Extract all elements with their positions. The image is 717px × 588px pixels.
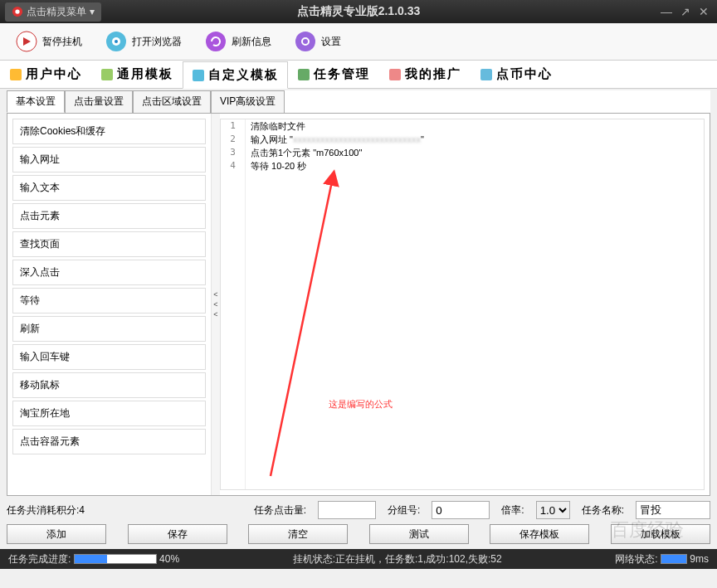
sub-tab-0[interactable]: 基本设置 [7, 90, 65, 113]
toolbar-browser-button[interactable]: 打开浏览器 [96, 27, 191, 56]
tab-task[interactable]: 任务管理 [288, 61, 379, 88]
tab-star[interactable]: 用户中心 [0, 61, 91, 88]
line-number: 3 [221, 146, 245, 159]
net-ms: 9ms [690, 553, 709, 565]
rate-label: 倍率: [501, 503, 524, 518]
toolbar-label: 刷新信息 [232, 35, 271, 49]
action-item-7[interactable]: 刷新 [12, 316, 206, 342]
svg-point-7 [295, 32, 315, 51]
group-label: 分组号: [388, 503, 420, 518]
svg-rect-12 [298, 69, 310, 80]
button-4[interactable]: 保存模板 [490, 524, 589, 544]
app-menu-button[interactable]: 点击精灵菜单 ▾ [5, 2, 101, 22]
window-title: 点击精灵专业版2.1.0.33 [297, 4, 421, 19]
action-item-0[interactable]: 清除Cookies和缓存 [12, 119, 206, 144]
toolbar-label: 打开浏览器 [132, 35, 182, 49]
net-indicator [661, 554, 687, 564]
button-0[interactable]: 添加 [7, 524, 106, 544]
menu-label: 点击精灵菜单 [27, 5, 86, 19]
action-item-2[interactable]: 输入文本 [12, 175, 206, 201]
machine-status: 挂机状态:正在挂机，任务数:1,成功:102,失败:52 [293, 552, 502, 566]
task-icon [297, 68, 310, 81]
splitter[interactable]: <<< [212, 114, 220, 495]
button-3[interactable]: 测试 [369, 524, 469, 544]
code-editor[interactable]: 1234 这是编写的公式 清除临时文件输入网址 "xxxxxxxxxxxxxxx… [220, 119, 705, 490]
tab-wand[interactable]: 通用模板 [91, 61, 183, 88]
clicks-input[interactable] [318, 501, 376, 519]
toolbar-label: 暂停挂机 [42, 35, 82, 49]
action-item-3[interactable]: 点击元素 [12, 203, 206, 229]
refresh-icon [205, 31, 227, 52]
button-2[interactable]: 清空 [248, 524, 348, 544]
close-icon[interactable]: ✕ [699, 5, 709, 18]
toolbar-refresh-button[interactable]: 刷新信息 [196, 27, 280, 56]
net-label: 网络状态: [615, 553, 657, 565]
consume-label: 任务共消耗积分: [7, 504, 79, 516]
action-item-10[interactable]: 淘宝所在地 [12, 401, 206, 426]
annotation-arrow-icon [254, 169, 354, 484]
svg-rect-11 [193, 70, 204, 81]
maximize-icon[interactable]: ↗ [680, 5, 690, 18]
tab-label: 任务管理 [314, 66, 370, 82]
tab-label: 点币中心 [496, 66, 553, 82]
sub-tab-3[interactable]: VIP高级设置 [211, 90, 285, 113]
action-item-1[interactable]: 输入网址 [12, 147, 206, 173]
group-input[interactable] [432, 501, 490, 519]
annotation-text: 这是编写的公式 [329, 397, 393, 411]
consume-value: 4 [79, 504, 85, 516]
svg-rect-10 [101, 69, 113, 80]
action-item-4[interactable]: 查找页面 [12, 231, 206, 257]
tab-label: 我的推广 [405, 66, 461, 82]
progress-text: 40% [159, 553, 179, 565]
minimize-icon[interactable]: — [661, 5, 672, 18]
line-number: 2 [221, 133, 245, 146]
button-5[interactable]: 加载模板 [611, 524, 710, 544]
svg-point-5 [115, 40, 118, 43]
clicks-label: 任务点击量: [254, 503, 306, 518]
svg-line-15 [271, 177, 333, 476]
toolbar-settings-button[interactable]: 设置 [285, 27, 350, 56]
tab-people[interactable]: 我的推广 [379, 61, 471, 88]
settings-icon [295, 31, 316, 52]
tab-label: 通用模板 [117, 66, 173, 82]
action-item-8[interactable]: 输入回车键 [12, 344, 206, 370]
code-line[interactable]: 点击第1个元素 "m760x100" [251, 146, 699, 159]
code-line[interactable]: 清除临时文件 [251, 119, 699, 133]
tab-label: 自定义模板 [208, 67, 279, 83]
sub-tab-2[interactable]: 点击区域设置 [133, 90, 211, 113]
code-line[interactable]: 输入网址 "xxxxxxxxxxxxxxxxxxxxxxxxxxxx" [251, 133, 699, 146]
main-tabs: 用户中心 通用模板 自定义模板 任务管理 我的推广 点币中心 [0, 61, 717, 89]
action-item-11[interactable]: 点击容器元素 [12, 429, 206, 454]
line-number: 4 [221, 159, 245, 173]
main-toolbar: 暂停挂机 打开浏览器 刷新信息 设置 [0, 23, 717, 61]
sub-tabs: 基本设置点击量设置点击区域设置VIP高级设置 [7, 90, 710, 113]
progress-label: 任务完成进度: [8, 553, 71, 565]
rate-select[interactable]: 1.0 [536, 501, 570, 519]
svg-point-6 [206, 32, 226, 51]
name-input[interactable] [636, 501, 710, 519]
action-item-6[interactable]: 等待 [12, 288, 206, 313]
chevron-down-icon: ▾ [90, 6, 95, 17]
toolbar-label: 设置 [321, 35, 341, 49]
app-icon [12, 6, 23, 17]
toolbar-pause-button[interactable]: 暂停挂机 [7, 27, 91, 56]
tab-cart[interactable]: 点币中心 [471, 61, 562, 88]
progress-bar [74, 554, 157, 564]
action-item-5[interactable]: 深入点击 [12, 260, 206, 285]
browser-icon [105, 31, 127, 52]
button-1[interactable]: 保存 [128, 524, 227, 544]
action-list: 清除Cookies和缓存输入网址输入文本点击元素查找页面深入点击等待刷新输入回车… [7, 114, 211, 462]
svg-point-1 [15, 9, 19, 13]
svg-rect-9 [10, 69, 22, 80]
tab-label: 用户中心 [26, 66, 82, 82]
pause-icon [16, 31, 37, 52]
people-icon [388, 68, 402, 81]
tab-cube[interactable]: 自定义模板 [183, 61, 288, 89]
action-item-9[interactable]: 移动鼠标 [12, 372, 206, 398]
svg-rect-14 [480, 69, 492, 80]
sub-tab-1[interactable]: 点击量设置 [65, 90, 133, 113]
cart-icon [480, 68, 493, 81]
cube-icon [192, 69, 205, 82]
svg-rect-13 [389, 69, 401, 80]
star-icon [9, 68, 22, 81]
